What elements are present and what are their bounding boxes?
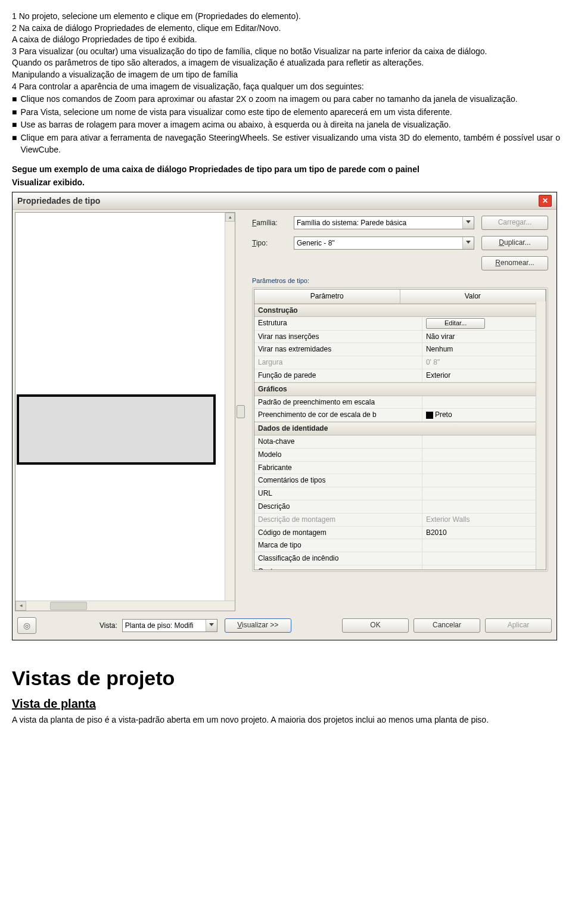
param-value[interactable] xyxy=(422,565,546,570)
table-row[interactable]: Nota-chave xyxy=(254,435,546,449)
navigation-wheel-button[interactable]: ◎ xyxy=(17,617,36,634)
preview-panel: ◂ xyxy=(15,212,235,611)
dialog-bottom-bar: ◎ Vista: Planta de piso: Modifi Visualiz… xyxy=(13,614,557,640)
edit-button[interactable]: Editar... xyxy=(426,318,485,328)
section-heading-vistas: Vistas de projeto xyxy=(12,664,560,693)
param-name: Custo xyxy=(254,565,422,570)
example-caption-1: Segue um exemplo de uma caixa de diálogo… xyxy=(12,164,560,176)
param-value[interactable]: Preto xyxy=(422,409,546,421)
familia-value: Família do sistema: Parede básica xyxy=(297,218,406,228)
visualizar-button[interactable]: Visualizar >> xyxy=(225,618,291,633)
vista-dropdown[interactable]: Planta de piso: Modifi xyxy=(122,619,217,632)
table-row[interactable]: Função de paredeExterior xyxy=(254,369,546,382)
table-row[interactable]: Custo xyxy=(254,565,546,570)
param-value[interactable]: B2010 xyxy=(422,527,546,539)
param-value[interactable] xyxy=(422,449,546,461)
param-value[interactable]: Nenhum xyxy=(422,343,546,356)
instruction-step-1: 1 No projeto, selecione um elemento e cl… xyxy=(12,11,560,23)
parametros-group: Parâmetro Valor Construção⌄EstruturaEdit… xyxy=(252,287,548,572)
param-value[interactable] xyxy=(422,435,546,448)
table-row[interactable]: Comentários de tipos xyxy=(254,474,546,487)
section-header[interactable]: Gráficos⌄ xyxy=(254,382,546,396)
grid-header: Parâmetro Valor xyxy=(254,290,546,304)
bullet-square-icon: ■ xyxy=(12,132,17,144)
tipo-dropdown[interactable]: Generic - 8" xyxy=(294,237,474,250)
bullet-vista-text: Para Vista, selecione um nome de vista p… xyxy=(20,107,452,119)
param-name: Padrão de preenchimento em escala xyxy=(254,396,422,409)
grid-vscrollbar[interactable] xyxy=(536,301,546,570)
table-row[interactable]: Virar nas extremidadesNenhum xyxy=(254,343,546,356)
scroll-left-icon[interactable]: ◂ xyxy=(15,601,26,611)
dialog-titlebar: Propriedades de tipo ✕ xyxy=(13,192,557,210)
bullet-square-icon: ■ xyxy=(12,94,17,105)
param-name: Fabricante xyxy=(254,462,422,474)
cancelar-button[interactable]: Cancelar xyxy=(414,618,480,633)
table-row[interactable]: EstruturaEditar... xyxy=(254,317,546,330)
close-button[interactable]: ✕ xyxy=(539,195,552,207)
param-value[interactable]: Não virar xyxy=(422,331,546,343)
chevron-down-icon xyxy=(209,623,214,626)
col-valor: Valor xyxy=(400,290,546,303)
param-value[interactable]: Exterior xyxy=(422,369,546,382)
splitter-handle[interactable] xyxy=(235,212,246,611)
param-value[interactable] xyxy=(422,396,546,409)
table-row[interactable]: Largura0' 8" xyxy=(254,356,546,369)
preview-vscrollbar[interactable] xyxy=(225,213,235,601)
table-row[interactable]: URL xyxy=(254,487,546,500)
col-parametro: Parâmetro xyxy=(254,290,400,303)
chevron-down-icon xyxy=(466,220,471,223)
param-value[interactable] xyxy=(422,500,546,513)
param-name: Classificação de incêndio xyxy=(254,552,422,565)
scroll-thumb[interactable] xyxy=(50,602,87,610)
instruction-step-3b: Quando os parâmetros de tipo são alterad… xyxy=(12,57,560,69)
instruction-manip-title: Manipulando a visualização de imagem de … xyxy=(12,69,560,81)
table-row[interactable]: Descrição de montagemExterior Walls xyxy=(254,514,546,527)
param-name: Marca de tipo xyxy=(254,539,422,552)
param-name: Comentários de tipos xyxy=(254,474,422,487)
vista-label: Vista: xyxy=(100,621,117,631)
param-value[interactable] xyxy=(422,474,546,487)
instruction-step-3: 3 Para visualizar (ou ocultar) uma visua… xyxy=(12,46,560,58)
duplicar-button[interactable]: Duplicar... xyxy=(481,236,548,250)
param-value[interactable] xyxy=(422,487,546,500)
param-value[interactable]: Editar... xyxy=(422,317,546,329)
chevron-down-icon xyxy=(466,241,471,244)
param-name: Estrutura xyxy=(254,317,422,329)
table-row[interactable]: Código de montagemB2010 xyxy=(254,527,546,540)
param-name: Virar nas inserções xyxy=(254,331,422,343)
dialog-propriedades-de-tipo: Propriedades de tipo ✕ ◂ Família: Famíli… xyxy=(12,192,557,640)
carregar-button[interactable]: Carregar... xyxy=(481,216,548,230)
aplicar-button[interactable]: Aplicar xyxy=(485,618,552,633)
table-row[interactable]: Modelo xyxy=(254,449,546,462)
tipo-value: Generic - 8" xyxy=(297,238,335,248)
param-name: Modelo xyxy=(254,449,422,461)
table-row[interactable]: Descrição xyxy=(254,500,546,514)
param-value[interactable] xyxy=(422,552,546,565)
instruction-step-2: 2 Na caixa de diálogo Propriedades de el… xyxy=(12,23,560,35)
close-icon: ✕ xyxy=(542,196,548,206)
param-value[interactable] xyxy=(422,539,546,552)
preview-hscrollbar[interactable]: ◂ xyxy=(15,601,235,611)
section-header[interactable]: Construção⌄ xyxy=(254,304,546,318)
param-value[interactable]: Exterior Walls xyxy=(422,514,546,526)
ok-button[interactable]: OK xyxy=(342,618,409,633)
renomear-button[interactable]: Renomear... xyxy=(481,256,548,270)
splitter-icon xyxy=(237,405,245,418)
param-value[interactable] xyxy=(422,462,546,474)
table-row[interactable]: Fabricante xyxy=(254,462,546,475)
param-value[interactable]: 0' 8" xyxy=(422,356,546,369)
familia-label: Família: xyxy=(252,218,294,228)
table-row[interactable]: Virar nas inserçõesNão virar xyxy=(254,331,546,344)
param-name: URL xyxy=(254,487,422,500)
bullet-zoom: ■ Clique nos comandos de Zoom para aprox… xyxy=(12,94,560,105)
table-row[interactable]: Marca de tipo xyxy=(254,539,546,552)
wheel-icon: ◎ xyxy=(23,620,30,632)
section-header[interactable]: Dados de identidade⌄ xyxy=(254,422,546,435)
table-row[interactable]: Classificação de incêndio xyxy=(254,552,546,565)
tipo-label: Tipo: xyxy=(252,238,294,248)
table-row[interactable]: Preenchimento de cor de escala de bPreto xyxy=(254,409,546,422)
color-swatch xyxy=(426,412,433,419)
table-row[interactable]: Padrão de preenchimento em escala xyxy=(254,396,546,409)
familia-dropdown[interactable]: Família do sistema: Parede básica xyxy=(294,216,474,229)
param-name: Nota-chave xyxy=(254,435,422,448)
